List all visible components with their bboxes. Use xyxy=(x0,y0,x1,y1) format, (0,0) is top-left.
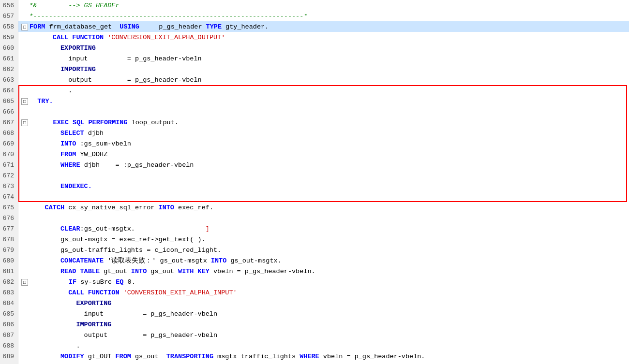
line-content: □ EXEC SQL PERFORMING loop_output. xyxy=(18,119,629,126)
token: CLEAR xyxy=(60,225,80,233)
code-line-663: 663 output = p_gs_header-vbeln xyxy=(0,74,629,85)
line-number: 686 xyxy=(0,319,18,330)
code-line-661: 661 input = p_gs_header-vbeln xyxy=(0,53,629,64)
code-line-689: 689 MODIFY gt_OUT FROM gs_out TRANSPORTI… xyxy=(0,351,629,362)
line-content: □FORM frm_database_get USING p_gs_header… xyxy=(18,23,629,30)
code-line-666: 666 xyxy=(0,106,629,117)
token xyxy=(30,278,69,286)
token: gty_header. xyxy=(222,23,269,30)
line-number: 668 xyxy=(0,128,18,138)
expand-icon[interactable]: □ xyxy=(21,24,28,30)
line-number: 685 xyxy=(0,308,18,319)
line-number: 661 xyxy=(0,53,18,64)
token: 0. xyxy=(123,278,135,286)
code-line-664: 664 . xyxy=(0,85,629,96)
token: . xyxy=(21,342,80,349)
line-content: WHERE djbh = :p_gs_header-vbeln xyxy=(18,161,629,169)
token: SELECT xyxy=(60,130,84,137)
token: input = p_gs_header-vbeln xyxy=(21,55,202,62)
token xyxy=(21,161,60,169)
line-number: 671 xyxy=(0,160,18,170)
expand-icon[interactable]: □ xyxy=(21,279,28,286)
line-number: 667 xyxy=(0,117,18,128)
line-number: 672 xyxy=(0,170,18,181)
code-line-669: 669 INTO :gs_sum-vbeln xyxy=(0,138,629,149)
line-content: IMPORTING xyxy=(18,66,629,73)
token xyxy=(21,44,60,52)
line-content: output = p_gs_header-vbeln xyxy=(18,332,629,339)
token: ] xyxy=(206,225,210,233)
line-number: 674 xyxy=(0,191,18,202)
line-content: . xyxy=(18,342,629,349)
line-content: INTO :gs_sum-vbeln xyxy=(18,140,629,147)
token xyxy=(21,140,60,147)
token: exec_ref. xyxy=(174,204,213,211)
token: CONCATENATE xyxy=(60,257,104,264)
line-number: 666 xyxy=(0,106,18,117)
line-content: . xyxy=(18,87,629,94)
line-number: 676 xyxy=(0,213,18,223)
line-number: 688 xyxy=(0,340,18,351)
token: vbeln = p_gs_header-vbeln. xyxy=(319,353,425,360)
line-content: IMPORTING xyxy=(18,321,629,328)
line-content: □ TRY. xyxy=(18,98,629,105)
token: gs_out xyxy=(131,353,166,360)
line-number: 656 xyxy=(0,0,18,11)
token: EXEC SQL PERFORMING xyxy=(53,119,128,126)
line-number: 680 xyxy=(0,255,18,266)
line-content: MODIFY gt_OUT FROM gs_out TRANSPORTING m… xyxy=(18,353,629,360)
line-content: FROM YW_DDHZ xyxy=(18,151,629,158)
token xyxy=(120,289,123,296)
token: msgtx traffic_lights xyxy=(213,353,300,360)
token: FORM xyxy=(30,23,45,30)
line-number: 659 xyxy=(0,32,18,43)
token: WITH KEY xyxy=(178,268,210,275)
token: * xyxy=(21,13,33,20)
code-line-680: 680 CONCATENATE '读取表失败：' gs_out-msgtx IN… xyxy=(0,255,629,266)
code-line-671: 671 WHERE djbh = :p_gs_header-vbeln xyxy=(0,160,629,170)
token xyxy=(21,321,76,328)
token: WHERE xyxy=(300,353,319,360)
line-content: *---------------------------------------… xyxy=(18,13,629,20)
token: gt_out xyxy=(100,268,131,275)
expand-icon[interactable]: □ xyxy=(21,98,28,105)
code-line-673: 673 ENDEXEC. xyxy=(0,181,629,191)
line-content: ENDEXEC. xyxy=(18,183,629,190)
token: IMPORTING xyxy=(60,66,96,73)
token: :gs_out-msgtx. xyxy=(80,225,206,233)
line-number: 679 xyxy=(0,245,18,255)
line-content: output = p_gs_header-vbeln xyxy=(18,76,629,84)
token xyxy=(30,119,53,126)
line-number: 683 xyxy=(0,287,18,298)
token: YW_DDHZ xyxy=(76,151,107,158)
line-number: 657 xyxy=(0,11,18,21)
code-editor: 656 *& --> GS_HEADEr657 *---------------… xyxy=(0,0,629,364)
line-number: 664 xyxy=(0,85,18,96)
line-content: SELECT djbh xyxy=(18,130,629,137)
code-line-685: 685 input = p_gs_header-vbeln xyxy=(0,308,629,319)
code-line-690: 690 * CLEAR: GS_OUT. xyxy=(0,362,629,364)
token: input = p_gs_header-vbeln xyxy=(21,310,217,318)
token: cx_sy_native_sql_error xyxy=(64,204,158,211)
token: gs_out-msgtx = exec_ref->get_text( ). xyxy=(21,236,206,243)
line-content: *& --> GS_HEADEr xyxy=(18,2,629,9)
line-content: CATCH cx_sy_native_sql_error INTO exec_r… xyxy=(18,204,629,211)
expand-icon[interactable]: □ xyxy=(21,119,28,126)
token xyxy=(21,289,68,296)
token: INTO xyxy=(60,140,76,147)
code-line-684: 684 EXPORTING xyxy=(0,298,629,308)
code-line-688: 688 . xyxy=(0,340,629,351)
line-content: CALL FUNCTION 'CONVERSION_EXIT_ALPHA_INP… xyxy=(18,289,629,296)
token: TRANSPORTING xyxy=(166,353,213,360)
token: loop_output. xyxy=(128,119,179,126)
line-number: 660 xyxy=(0,43,18,53)
line-content: gs_out-traffic_lights = c_icon_red_light… xyxy=(18,247,629,254)
line-number: 684 xyxy=(0,298,18,308)
token: EQ xyxy=(116,278,123,286)
token xyxy=(21,225,60,233)
token: CALL FUNCTION xyxy=(68,289,119,296)
token: TYPE xyxy=(206,23,222,30)
token xyxy=(21,66,60,73)
token xyxy=(21,353,60,360)
code-line-676: 676 xyxy=(0,213,629,223)
